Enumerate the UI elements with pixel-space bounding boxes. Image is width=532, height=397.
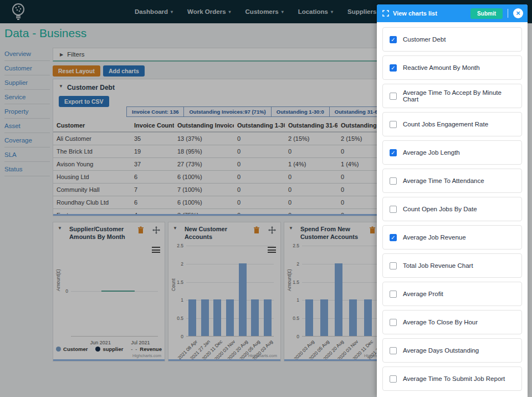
chart-option-total-job-revenue-chart[interactable]: Total Job Revenue Chart [382, 253, 522, 278]
chart-option-label: Average Job Revenue [403, 234, 466, 241]
chart-option-label: Count Jobs Engagement Rate [403, 121, 488, 128]
checkbox[interactable] [390, 291, 397, 298]
checkbox[interactable] [390, 347, 397, 354]
chart-option-average-profit[interactable]: Average Profit [382, 282, 522, 306]
checkbox[interactable]: ✓ [390, 149, 397, 156]
header-divider [508, 9, 508, 18]
checkbox[interactable] [390, 121, 397, 128]
chart-option-label: Average Profit [403, 291, 443, 297]
panel-header: View charts list Submit × [377, 4, 528, 22]
chart-option-label: Average Job Length [403, 149, 460, 156]
checkbox[interactable] [390, 319, 397, 326]
chart-option-label: Count Open Jobs By Date [403, 206, 477, 212]
chart-option-label: Customer Debt [403, 36, 446, 43]
chart-option-label: Reactive Amount By Month [403, 64, 480, 71]
chart-option-label: Average To Close By Hour [403, 319, 478, 325]
chart-option-average-days-outstanding[interactable]: Average Days Outstanding [382, 338, 522, 363]
chart-option-average-job-length[interactable]: ✓Average Job Length [382, 140, 522, 165]
chart-option-label: Average Time To Attendance [403, 177, 484, 184]
submit-button[interactable]: Submit [470, 8, 503, 19]
checkbox[interactable] [390, 177, 397, 185]
chart-option-reactive-amount-by-month[interactable]: ✓Reactive Amount By Month [382, 55, 522, 80]
checkbox[interactable] [390, 93, 397, 100]
chart-option-label: Average Time To Submit Job Report [403, 375, 505, 382]
checkbox[interactable] [390, 206, 397, 213]
checkbox[interactable] [390, 262, 397, 269]
chart-option-average-job-revenue[interactable]: ✓Average Job Revenue [382, 225, 522, 250]
chart-option-average-time-to-submit-job-report[interactable]: Average Time To Submit Job Report [382, 367, 522, 391]
charts-checklist: ✓Customer Debt✓Reactive Amount By MonthA… [377, 22, 528, 397]
panel-title: View charts list [393, 10, 437, 17]
chart-option-average-time-to-attendance[interactable]: Average Time To Attendance [382, 169, 522, 193]
expand-icon[interactable] [382, 10, 389, 17]
view-charts-panel: View charts list Submit × ✓Customer Debt… [377, 4, 528, 397]
checkbox[interactable]: ✓ [390, 36, 397, 43]
checkbox[interactable]: ✓ [390, 234, 397, 241]
chart-option-count-jobs-engagement-rate[interactable]: Count Jobs Engagement Rate [382, 112, 522, 136]
checkbox[interactable] [390, 375, 397, 383]
chart-option-label: Average Days Outstanding [403, 347, 479, 354]
chart-option-label: Average Time To Accept By Minute Chart [403, 89, 515, 103]
chart-option-count-open-jobs-by-date[interactable]: Count Open Jobs By Date [382, 197, 522, 221]
chart-option-average-time-to-accept-by-minute-chart[interactable]: Average Time To Accept By Minute Chart [382, 84, 522, 108]
chart-option-label: Total Job Revenue Chart [403, 262, 473, 269]
checkbox[interactable]: ✓ [390, 64, 397, 72]
close-icon[interactable]: × [513, 8, 523, 18]
chart-option-customer-debt[interactable]: ✓Customer Debt [382, 27, 522, 52]
chart-option-average-to-close-by-hour[interactable]: Average To Close By Hour [382, 310, 522, 334]
